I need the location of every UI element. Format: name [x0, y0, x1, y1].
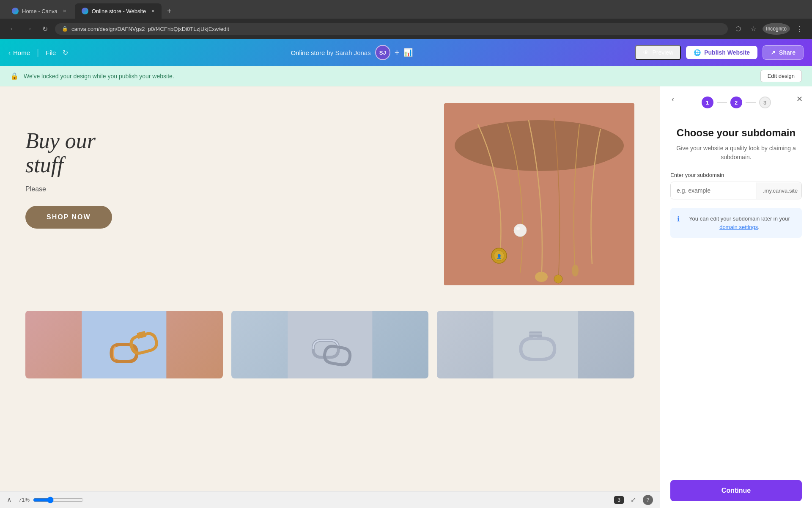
- design-title-text: Online store: [291, 49, 325, 56]
- ring-card-1: [25, 311, 223, 378]
- svg-text:👤: 👤: [497, 254, 502, 259]
- share-label: Share: [779, 49, 796, 56]
- right-panel: ‹ 1 2 3 ✕: [660, 86, 812, 508]
- svg-point-7: [572, 265, 579, 276]
- tab-favicon-canva: [12, 8, 19, 14]
- chevron-up-icon[interactable]: ∧: [7, 496, 12, 504]
- step-2-circle: 2: [730, 97, 742, 108]
- browser-tab-store[interactable]: Online store - Website ✕: [75, 3, 162, 19]
- menu-button[interactable]: ⋮: [793, 23, 805, 35]
- back-button[interactable]: ←: [7, 23, 19, 35]
- reload-button[interactable]: ↻: [39, 23, 51, 35]
- publish-label: Publish Website: [704, 49, 750, 56]
- browser-window: Home - Canva ✕ Online store - Website ✕ …: [0, 0, 812, 39]
- svg-point-6: [554, 275, 562, 283]
- preview-icon: 👁: [643, 49, 649, 56]
- panel-title: Choose your subdomain: [670, 127, 802, 139]
- topbar-right: 👁 Preview 🌐 Publish Website ↗ Share: [635, 45, 804, 60]
- extensions-button[interactable]: ⬡: [732, 23, 744, 35]
- help-button[interactable]: ?: [643, 495, 653, 505]
- info-text-part1: You can edit your subdomain later in you…: [689, 215, 790, 222]
- design-author: by Sarah Jonas: [326, 49, 370, 56]
- share-button[interactable]: ↗ Share: [763, 45, 804, 60]
- necklace-image: 👤: [444, 103, 634, 285]
- avatar[interactable]: SJ: [375, 45, 390, 60]
- zoom-slider[interactable]: [33, 497, 84, 503]
- svg-rect-13: [494, 311, 578, 378]
- step-2-label: 2: [735, 99, 738, 106]
- home-button[interactable]: ‹ Home: [8, 49, 30, 56]
- nav-right-icons: ⬡ ☆ Incognito ⋮: [732, 23, 805, 35]
- notification-left: 🔒 We've locked your design while you pub…: [10, 72, 174, 80]
- lock-icon: 🔒: [62, 26, 68, 32]
- tab-label-canva: Home - Canva: [22, 8, 58, 14]
- publish-website-button[interactable]: 🌐 Publish Website: [686, 46, 757, 59]
- svg-point-5: [535, 272, 548, 282]
- svg-rect-12: [288, 311, 372, 378]
- info-box: ℹ You can edit your subdomain later in y…: [670, 208, 802, 238]
- notification-bar: 🔒 We've locked your design while you pub…: [0, 66, 812, 86]
- tab-label-store: Online store - Website: [92, 8, 146, 14]
- website-left: Buy ourstuff Please SHOP NOW: [25, 103, 427, 229]
- info-text: You can edit your subdomain later in you…: [684, 215, 795, 231]
- step-line-1: [717, 102, 727, 103]
- website-bottom: [0, 302, 660, 387]
- home-chevron-icon: ‹: [8, 49, 11, 56]
- publish-icon: 🌐: [694, 49, 701, 56]
- website-headline: Buy ourstuff: [25, 129, 427, 177]
- subdomain-suffix: .my.canva.site: [757, 182, 802, 199]
- design-title: Online store by Sarah Jonas: [291, 49, 370, 56]
- new-tab-button[interactable]: +: [163, 5, 175, 17]
- page-indicator[interactable]: 3: [614, 496, 624, 504]
- sync-icon[interactable]: ↻: [63, 49, 68, 57]
- analytics-button[interactable]: 📊: [403, 48, 413, 57]
- panel-back-button[interactable]: ‹: [667, 93, 679, 105]
- url-text: canva.com/design/DAFNVgs2_p0/f4CFnbQjxDi…: [71, 26, 229, 32]
- info-icon: ℹ: [677, 215, 680, 223]
- subdomain-input-section: Enter your subdomain .my.canva.site: [670, 172, 802, 199]
- preview-label: Preview: [652, 49, 673, 56]
- ring-card-2: [231, 311, 429, 378]
- ring-card-3: [437, 311, 634, 378]
- forward-button[interactable]: →: [23, 23, 35, 35]
- panel-close-button[interactable]: ✕: [793, 93, 805, 105]
- notification-text: We've locked your design while you publi…: [24, 73, 174, 80]
- topbar-left: ‹ Home | File ↻: [8, 48, 68, 58]
- profile-button[interactable]: Incognito: [763, 23, 790, 35]
- step-1-circle: 1: [702, 97, 713, 108]
- lock-notification-icon: 🔒: [10, 72, 19, 80]
- info-text-part2: .: [758, 224, 760, 230]
- continue-button[interactable]: Continue: [670, 480, 802, 501]
- zoom-controls: 71%: [19, 497, 84, 503]
- star-button[interactable]: ☆: [747, 23, 759, 35]
- subdomain-input[interactable]: [671, 182, 757, 199]
- canvas-inner: Buy ourstuff Please SHOP NOW: [0, 86, 660, 508]
- tab-favicon-store: [82, 8, 88, 14]
- canva-app: ‹ Home | File ↻ Online store by Sarah Jo…: [0, 39, 812, 508]
- domain-settings-link[interactable]: domain settings: [719, 224, 758, 230]
- panel-content: Choose your subdomain Give your website …: [660, 117, 812, 473]
- expand-icon[interactable]: ⤢: [631, 496, 636, 504]
- panel-description: Give your website a quality look by clai…: [670, 144, 802, 162]
- address-bar[interactable]: 🔒 canva.com/design/DAFNVgs2_p0/f4CFnbQjx…: [55, 23, 728, 35]
- canvas-area: Buy ourstuff Please SHOP NOW: [0, 86, 660, 508]
- tab-close-store[interactable]: ✕: [151, 8, 155, 14]
- browser-tab-canva[interactable]: Home - Canva ✕: [5, 3, 73, 19]
- step-3-label: 3: [763, 99, 766, 106]
- svg-rect-14: [529, 331, 542, 337]
- edit-design-button[interactable]: Edit design: [760, 70, 802, 82]
- svg-point-9: [516, 227, 520, 230]
- svg-point-8: [514, 224, 527, 237]
- input-label: Enter your subdomain: [670, 172, 802, 178]
- browser-nav-bar: ← → ↻ 🔒 canva.com/design/DAFNVgs2_p0/f4C…: [0, 19, 812, 39]
- website-subtext: Please: [25, 185, 427, 193]
- add-collaborator-button[interactable]: +: [395, 48, 400, 58]
- tab-close-canva[interactable]: ✕: [63, 8, 66, 14]
- topbar-divider: |: [37, 48, 39, 58]
- website-preview: Buy ourstuff Please SHOP NOW: [0, 86, 660, 302]
- file-button[interactable]: File: [46, 49, 56, 56]
- shop-now-button[interactable]: SHOP NOW: [25, 206, 112, 229]
- zoom-percentage: 71%: [19, 497, 30, 503]
- topbar-center: Online store by Sarah Jonas SJ + 📊: [77, 45, 627, 60]
- preview-button[interactable]: 👁 Preview: [635, 45, 681, 60]
